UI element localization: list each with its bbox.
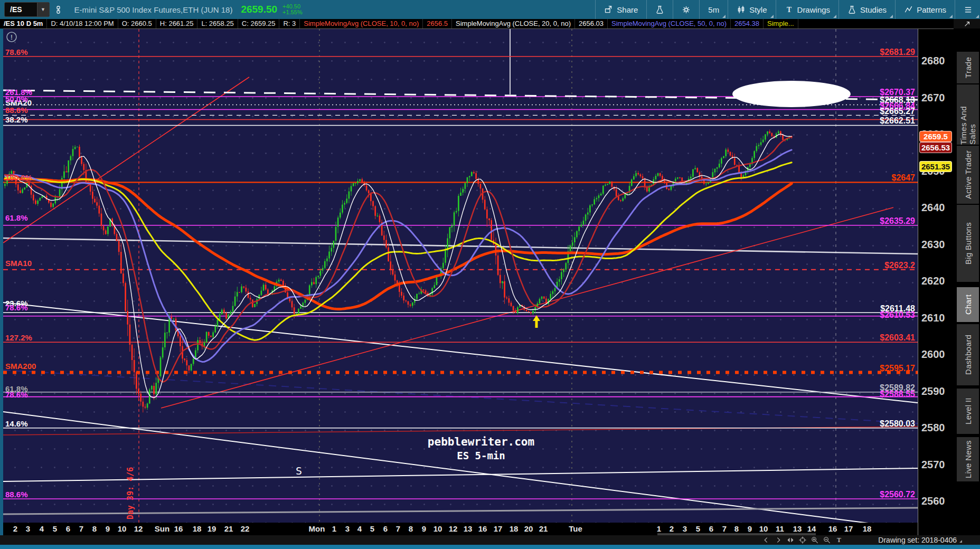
sidebar-tab-big-buttons[interactable]: Big Buttons (957, 205, 979, 282)
arrow-right-icon[interactable] (775, 536, 782, 544)
pan-icon[interactable] (787, 536, 794, 544)
price-level-label: $2635.29 (880, 216, 915, 225)
fib-label: 38.2% (5, 115, 28, 124)
crosshair-icon[interactable] (799, 536, 806, 544)
x-axis-tick: 1 (657, 524, 661, 533)
symbol-input[interactable]: /ES ▼ (4, 2, 50, 17)
svg-text:T: T (837, 536, 841, 544)
price-axis[interactable]: 2680267026602650264026302620261026002590… (918, 29, 954, 535)
flask-button[interactable] (648, 0, 672, 19)
drawing-set-caret[interactable] (959, 540, 962, 543)
price-bubble: 2656.53 (919, 142, 952, 153)
dropdown-fold (833, 15, 836, 18)
drawings-button[interactable]: TDrawings (777, 0, 838, 19)
text-tool-icon[interactable]: T (835, 536, 843, 544)
y-axis-tick: 2590 (921, 385, 945, 397)
svg-text:T: T (787, 5, 791, 13)
sidebar-tab-live-news[interactable]: Live News (957, 437, 979, 481)
x-axis-tick: 21 (539, 524, 548, 533)
sma-8 (5, 134, 791, 398)
sidebar-tab-level-ii[interactable]: Level II (957, 389, 979, 434)
time-axis[interactable]: 234567891012Sun1618192122Mon134567891012… (3, 523, 918, 535)
x-axis-tick: 4 (40, 524, 44, 533)
x-axis-tick: 11 (776, 524, 784, 533)
x-axis-tick: 2 (13, 524, 17, 533)
price-levels[interactable] (3, 56, 918, 499)
menu-icon (964, 5, 973, 14)
price-level-label: $2662.51 (880, 116, 915, 125)
fib-label: 100.0% (5, 173, 32, 182)
style-button[interactable]: Style (729, 0, 774, 19)
y-axis-tick: 2580 (921, 422, 945, 434)
price-level-label: $2603.41 (880, 333, 915, 342)
bottom-toolbar: T Drawing set: 2018-0406 (0, 535, 980, 545)
sidebar-tab-active-trader[interactable]: Active Trader (957, 146, 979, 204)
toolbar-separator (728, 0, 728, 19)
fib-label: SMA10 (5, 259, 32, 268)
dropdown-fold (890, 15, 893, 18)
x-axis-tick: Mon (309, 524, 325, 533)
share-button[interactable]: Share (597, 0, 645, 19)
y-axis-tick: 2610 (921, 312, 945, 324)
x-axis-tick: 8 (734, 524, 739, 533)
day-count-label[interactable]: Day 39: 4/6 (126, 467, 135, 519)
sidebar-tab-trade[interactable]: Trade (957, 52, 979, 83)
link-icon[interactable] (50, 0, 67, 19)
x-axis-tick: 13 (464, 524, 473, 533)
toolbar-separator (776, 0, 776, 19)
window-bottom-edge (0, 545, 980, 549)
arrow-left-icon[interactable] (762, 536, 770, 544)
x-axis-tick: 9 (106, 524, 110, 533)
price-level-label: $2665.27 (880, 107, 915, 116)
price-level-label: $2623.2 (884, 261, 915, 270)
patterns-button[interactable]: Patterns (897, 0, 954, 19)
x-axis-tick: 2 (670, 524, 674, 533)
x-axis-tick: 5 (370, 524, 374, 533)
y-axis-tick: 2630 (921, 239, 945, 251)
fib-label: 61.8% (5, 213, 28, 222)
y-axis-tick: 2670 (921, 92, 945, 104)
x-axis-tick: 16 (174, 524, 183, 533)
x-axis-tick: 3 (683, 524, 687, 533)
panel-expand-icon[interactable] (954, 19, 980, 29)
zigzag-icon (904, 5, 913, 14)
dropdown-fold (722, 15, 725, 18)
chevron-down-icon[interactable]: ▼ (37, 3, 49, 16)
x-axis-tick: 3 (345, 524, 350, 533)
dropdown-fold (770, 15, 774, 18)
header-field: 2654.38 (731, 19, 764, 29)
x-axis-tick: 9 (422, 524, 426, 533)
zoom-out-icon[interactable] (823, 536, 831, 544)
chart-plot[interactable]: 78.6%$2681.29261.8%$2670.37SMA20$2668.13… (3, 29, 918, 523)
chart-label: /ES 10 D 5m (0, 19, 47, 29)
y-axis-tick: 2620 (921, 275, 945, 287)
sidebar-tab-chart[interactable]: Chart (957, 287, 979, 322)
x-axis-tick: 19 (208, 524, 216, 533)
fib-label: 127.2% (5, 333, 32, 342)
drawing-set-label[interactable]: Drawing set: 2018-0406 (878, 536, 957, 544)
x-axis-tick: 18 (193, 524, 202, 533)
x-axis-tick: 9 (748, 524, 752, 533)
toolbar-separator (838, 0, 839, 19)
toolbar-buttons: Share5mStyleTDrawingsStudiesPatterns (594, 0, 980, 19)
watermark-site: pebblewriter.com (428, 436, 534, 448)
instrument-title: E-mini S&P 500 Index Futures,ETH (JUN 18… (74, 5, 233, 14)
chart-canvas[interactable]: 78.6%$2681.29261.8%$2670.37SMA20$2668.13… (3, 29, 918, 523)
price-level-label: $2588.55 (880, 390, 915, 399)
s-annotation[interactable]: S (296, 465, 302, 477)
x-axis-tick: 13 (793, 524, 802, 533)
studies-button[interactable]: Studies (840, 0, 894, 19)
x-axis-tick: 12 (449, 524, 458, 533)
sidebar-tab-times-and-sales[interactable]: Times And Sales (957, 84, 979, 145)
y-axis-tick: 2570 (921, 459, 945, 471)
5m-button[interactable]: 5m (701, 0, 727, 19)
x-axis-tick: 18 (863, 524, 872, 533)
highlight-ellipse[interactable] (732, 81, 851, 107)
sidebar-tab-dashboard[interactable]: Dashboard (957, 324, 979, 385)
zoom-in-icon[interactable] (811, 536, 818, 544)
trendline-3 (3, 412, 918, 523)
menu-button[interactable] (956, 0, 980, 19)
symbol-value[interactable]: /ES (5, 5, 37, 14)
sun-button[interactable] (674, 0, 698, 19)
up-arrow-marker[interactable] (533, 315, 540, 328)
